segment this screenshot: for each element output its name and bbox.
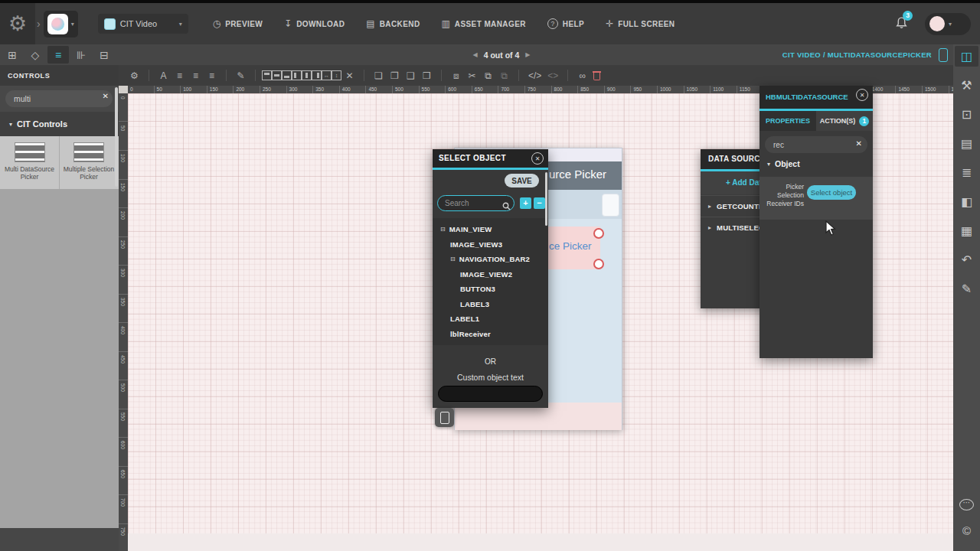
- tree-item-label: NAVIGATION_BAR2: [459, 255, 530, 263]
- send-backward-icon[interactable]: ❑: [406, 71, 416, 80]
- anchor-bottom-icon[interactable]: [282, 70, 292, 80]
- sidebar-scrollbar[interactable]: [115, 87, 118, 187]
- controls-button[interactable]: ≡: [47, 46, 69, 64]
- expand-all-button[interactable]: +: [520, 197, 531, 209]
- controls-search-input[interactable]: [5, 90, 113, 107]
- asset-manager-icon: ▥: [442, 19, 450, 28]
- ruler-v-label: 300: [120, 269, 126, 277]
- control-multiple-selection-picker[interactable]: Multiple Selection Picker: [59, 136, 118, 189]
- download-icon: ↧: [284, 19, 292, 28]
- help-button[interactable]: ?HELP: [547, 18, 584, 29]
- download-button[interactable]: ↧DOWNLOAD: [284, 19, 345, 28]
- paste-icon[interactable]: ⧉: [499, 71, 509, 80]
- tree-item-image_view3[interactable]: IMAGE_VIEW3: [433, 237, 548, 253]
- collapse-node-icon[interactable]: ⊟: [450, 256, 456, 262]
- selection-handle-top[interactable]: [593, 228, 604, 239]
- marquee-select-icon[interactable]: ⧈: [451, 71, 461, 80]
- clear-search-icon[interactable]: ✕: [856, 140, 862, 148]
- anchor-center-icon[interactable]: [302, 70, 312, 80]
- clear-search-icon[interactable]: ✕: [103, 93, 109, 100]
- save-button[interactable]: SAVE: [505, 174, 539, 187]
- delete-trash-icon[interactable]: [593, 70, 600, 80]
- widget-settings-button[interactable]: ⊡: [955, 104, 978, 125]
- preview-button[interactable]: ◷PREVIEW: [213, 19, 263, 28]
- layout-button[interactable]: ◧: [955, 191, 978, 212]
- tree-item-button3[interactable]: BUTTON3: [433, 282, 548, 297]
- next-screen-icon[interactable]: ▶: [525, 51, 530, 58]
- cit-controls-section[interactable]: ▾ CIT Controls: [0, 112, 119, 136]
- notes-button[interactable]: ▤: [955, 133, 978, 154]
- collapse-all-button[interactable]: −: [534, 197, 545, 209]
- tree-item-label1[interactable]: LABEL1: [433, 311, 548, 327]
- panels-button[interactable]: ◫: [955, 46, 978, 67]
- copyright-icon[interactable]: ©: [962, 524, 971, 537]
- asset-manager-button[interactable]: ▥ASSET MANAGER: [442, 19, 526, 28]
- archive-button[interactable]: ⊟: [93, 46, 115, 64]
- device-frame-button[interactable]: [435, 408, 454, 427]
- settings-sliders-button[interactable]: ⊪: [70, 46, 92, 64]
- tree-item-main_view[interactable]: ⊟MAIN_VIEW: [433, 222, 548, 237]
- user-menu[interactable]: ▾: [925, 13, 971, 35]
- eyedropper-icon[interactable]: ✎: [236, 71, 246, 80]
- send-to-back-icon[interactable]: ❒: [422, 71, 432, 80]
- prev-screen-icon[interactable]: ◀: [473, 51, 478, 58]
- undo-button[interactable]: ↶: [955, 249, 978, 270]
- link-icon[interactable]: ∞: [577, 71, 587, 80]
- ruler-h-label: 900: [607, 86, 616, 92]
- collapse-node-icon[interactable]: ⊟: [440, 226, 446, 233]
- copy-icon[interactable]: ⧉: [483, 71, 493, 80]
- select-object-button[interactable]: Select object: [807, 185, 856, 200]
- tree-item-navigation_bar2[interactable]: ⊟NAVIGATION_BAR2: [433, 252, 548, 267]
- current-app-switcher[interactable]: ▾: [44, 11, 78, 37]
- code-preview-icon[interactable]: <>: [547, 71, 558, 80]
- align-right-icon[interactable]: ≡: [207, 71, 217, 80]
- tab-actions[interactable]: ACTION(S) 1: [816, 111, 873, 131]
- stretch-vertical-icon[interactable]: ↕: [332, 70, 341, 80]
- tree-item-lblreceiver[interactable]: lblReceiver: [433, 327, 548, 342]
- pages-grid-button[interactable]: ⊞: [2, 46, 23, 64]
- code-icon[interactable]: </>: [528, 71, 541, 80]
- canvas-settings-icon[interactable]: ⚙: [129, 71, 139, 80]
- align-left-icon[interactable]: ≡: [175, 71, 185, 80]
- selection-handle-bottom[interactable]: [593, 259, 604, 269]
- project-select[interactable]: CIT Video ▾: [98, 14, 188, 34]
- app-logo[interactable]: ⚙: [0, 3, 35, 44]
- close-icon[interactable]: ✕: [531, 152, 544, 165]
- bring-to-front-icon[interactable]: ❏: [374, 71, 384, 80]
- properties-search-input[interactable]: [765, 136, 867, 153]
- full-screen-button[interactable]: ✛FULL SCREEN: [606, 19, 675, 28]
- tools-button[interactable]: ⚒: [955, 75, 978, 96]
- text-style-icon[interactable]: A: [158, 71, 168, 80]
- cut-scissors-icon[interactable]: ✂: [467, 71, 477, 80]
- outline-button[interactable]: ≣: [955, 162, 978, 183]
- bring-forward-icon[interactable]: ❐: [390, 71, 400, 80]
- chevron-down-icon: ▾: [767, 161, 770, 168]
- custom-object-input[interactable]: [438, 386, 543, 402]
- components-button[interactable]: ◇: [24, 46, 46, 64]
- object-section-header[interactable]: ▾ Object: [767, 159, 800, 168]
- phone-view-icon[interactable]: [939, 48, 948, 62]
- anchor-middle-icon[interactable]: [272, 70, 282, 80]
- tree-item-image_view2[interactable]: IMAGE_VIEW2: [433, 267, 548, 282]
- ruler-h-label: 50: [157, 86, 162, 92]
- anchor-top-icon[interactable]: [262, 70, 272, 80]
- anchor-left-icon[interactable]: [292, 70, 302, 80]
- modal-scrollbar[interactable]: [545, 172, 547, 226]
- stretch-horizontal-icon[interactable]: ↔: [322, 70, 332, 80]
- anchor-right-icon[interactable]: [312, 70, 322, 80]
- expand-arrows-icon[interactable]: ✕: [345, 71, 354, 80]
- align-center-icon[interactable]: ≡: [191, 71, 201, 80]
- assets-grid-button[interactable]: ▦: [955, 220, 978, 241]
- edit-button[interactable]: ✎: [955, 279, 978, 299]
- control-multi-datasource-picker[interactable]: Multi DataSource Picker: [0, 136, 59, 189]
- close-icon[interactable]: ✕: [856, 89, 868, 101]
- tab-properties[interactable]: PROPERTIES: [760, 111, 816, 131]
- document-icon: ▤: [961, 136, 972, 151]
- backend-button[interactable]: ▤BACKEND: [366, 19, 420, 28]
- picker-control-icon: [74, 142, 104, 162]
- chat-support-button[interactable]: ⋯: [959, 499, 974, 510]
- ruler-v-label: 250: [120, 240, 126, 249]
- notifications-button[interactable]: 3: [895, 16, 908, 32]
- breadcrumb[interactable]: CIT VIDEO / MULTIDATASOURCEPICKER: [782, 51, 932, 59]
- tree-item-label3[interactable]: LABEL3: [433, 297, 548, 312]
